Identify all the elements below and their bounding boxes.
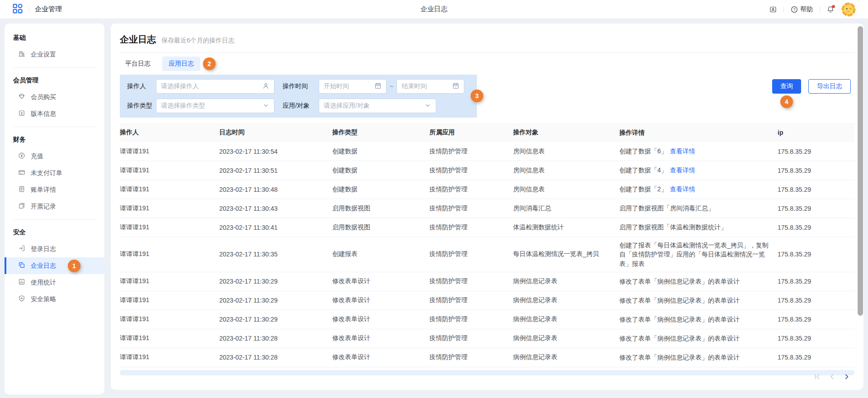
cell-time: 2023-02-17 11:30:48 <box>219 186 332 193</box>
app-object-label: 应用/对象 <box>283 102 319 110</box>
table-row: 谭谭谭1912023-02-17 11:30:54创建数据疫情防护管理房间信息表… <box>120 142 854 161</box>
time-label: 操作时间 <box>283 82 319 90</box>
operator-input[interactable]: 请选择操作人 <box>156 79 274 94</box>
export-logs-button[interactable]: 导出日志 <box>808 79 851 94</box>
sidebar-item-enterprise-logs[interactable]: 企业日志1 <box>5 257 104 274</box>
vertical-scrollbar-thumb[interactable] <box>858 26 863 316</box>
cell-operator: 谭谭谭191 <box>120 166 219 175</box>
cell-target: 病例信息记录表 <box>513 296 619 304</box>
sidebar-item-label: 版本信息 <box>31 110 56 118</box>
first-page-icon[interactable] <box>814 374 820 380</box>
step-badge-1: 1 <box>68 260 80 272</box>
cell-app: 疫情防护管理 <box>429 185 513 194</box>
table-row: 谭谭谭1912023-02-17 11:30:28修改表单设计疫情防护管理病例信… <box>120 348 854 367</box>
tab-platform-logs[interactable]: 平台日志 <box>120 57 156 71</box>
cell-target: 病例信息记录表 <box>513 315 619 323</box>
cell-time: 2023-02-17 11:30:29 <box>219 278 332 285</box>
cell-app: 疫情防护管理 <box>429 250 513 258</box>
tab-app-logs[interactable]: 应用日志 <box>162 57 200 71</box>
horizontal-scrollbar[interactable] <box>120 370 854 375</box>
sidebar-item-label: 企业日志 <box>31 262 56 270</box>
type-select[interactable]: 请选择操作类型 <box>156 99 274 113</box>
cell-app: 疫情防护管理 <box>429 147 513 156</box>
date-range-separator: ~ <box>390 83 393 90</box>
app-object-select[interactable]: 请选择应用/对象 <box>319 99 436 113</box>
cell-type: 修改表单设计 <box>332 296 429 304</box>
cell-target: 房间信息表 <box>513 185 619 194</box>
version-icon <box>18 109 25 118</box>
step-badge-2: 2 <box>203 57 216 70</box>
cell-app: 疫情防护管理 <box>429 296 513 304</box>
cell-ip: 175.8.35.29 <box>778 354 854 361</box>
coin-icon <box>18 152 25 161</box>
view-detail-link[interactable]: 查看详情 <box>670 185 695 193</box>
cell-operator: 谭谭谭191 <box>120 353 219 361</box>
calendar-icon: 7 <box>452 82 459 91</box>
cell-time: 2023-02-17 11:30:28 <box>219 354 332 361</box>
cell-ip: 175.8.35.29 <box>778 224 854 231</box>
type-placeholder: 请选择操作类型 <box>161 102 262 110</box>
sidebar-item-label: 安全策略 <box>31 295 56 303</box>
view-detail-link[interactable]: 查看详情 <box>670 147 695 155</box>
sidebar-item-security-policy[interactable]: 安全策略 <box>5 291 104 308</box>
sidebar-item-usage-stats[interactable]: 使用统计 <box>5 274 104 291</box>
cell-detail: 修改了表单「病例信息记录表」的表单设计 <box>619 330 778 346</box>
help-button[interactable]: ? 帮助 <box>791 5 813 14</box>
cell-target: 病例信息记录表 <box>513 334 619 342</box>
cell-detail: 启用了数据视图「房间消毒汇总」 <box>619 200 778 216</box>
cell-type: 启用数据视图 <box>332 223 429 232</box>
cell-operator: 谭谭谭191 <box>120 204 219 213</box>
cell-type: 创建数据 <box>332 147 429 156</box>
cell-ip: 175.8.35.29 <box>778 167 854 174</box>
help-icon: ? <box>791 6 798 13</box>
sidebar-item-invoice-records[interactable]: 开票记录 <box>5 198 104 215</box>
sidebar-item-bill-details[interactable]: 账单详情 <box>5 181 104 198</box>
cell-time: 2023-02-17 11:30:29 <box>219 316 332 323</box>
cell-ip: 175.8.35.29 <box>778 316 854 323</box>
sidebar-item-member-purchase[interactable]: 会员购买 <box>5 89 104 105</box>
avatar[interactable] <box>841 2 856 17</box>
stats-icon <box>18 278 25 287</box>
table-header: 操作人日志时间操作类型所属应用操作对象操作详情ip <box>120 123 854 142</box>
start-time-input[interactable]: 开始时间 7 <box>319 79 387 94</box>
sidebar-item-recharge[interactable]: 充值 <box>5 148 104 165</box>
column-header-detail: 操作详情 <box>619 124 778 141</box>
contact-book-icon[interactable] <box>769 6 777 13</box>
notifications-button[interactable] <box>827 6 834 13</box>
cell-target: 房间信息表 <box>513 147 619 156</box>
building-icon <box>18 50 25 59</box>
cell-app: 疫情防护管理 <box>429 315 513 323</box>
divider <box>13 219 95 220</box>
sidebar-item-version-info[interactable]: 版本信息 <box>5 105 104 122</box>
sidebar-item-unpaid-orders[interactable]: 未支付订单 <box>5 165 104 181</box>
svg-text:7: 7 <box>455 85 457 88</box>
svg-text:?: ? <box>793 7 796 12</box>
person-icon <box>262 82 269 91</box>
cell-target: 房间消毒汇总 <box>513 204 619 213</box>
cell-type: 修改表单设计 <box>332 334 429 342</box>
cell-app: 疫情防护管理 <box>429 277 513 285</box>
next-page-icon[interactable] <box>844 374 850 380</box>
view-detail-link[interactable]: 查看详情 <box>670 166 695 174</box>
cell-target: 体温检测数据统计 <box>513 223 619 232</box>
step-badge-4: 4 <box>780 95 793 108</box>
table-row: 谭谭谭1912023-02-17 11:30:35创建报表疫情防护管理每日体温检… <box>120 237 854 272</box>
column-header-ip: ip <box>778 129 854 136</box>
prev-page-icon[interactable] <box>829 374 835 380</box>
end-time-input[interactable]: 结束时间 7 <box>396 79 464 94</box>
bill-icon <box>18 185 25 194</box>
cell-app: 疫情防护管理 <box>429 166 513 175</box>
sidebar-item-label: 账单详情 <box>31 186 56 194</box>
cell-detail: 修改了表单「病例信息记录表」的表单设计 <box>619 292 778 308</box>
app-grid-icon[interactable] <box>13 4 23 15</box>
chevron-down-icon <box>424 102 431 110</box>
sidebar-item-enterprise-settings[interactable]: 企业设置 <box>5 46 104 63</box>
query-button[interactable]: 查询 <box>772 79 801 94</box>
card-icon <box>18 169 25 177</box>
app-title: 企业管理 <box>35 5 62 14</box>
sidebar-item-label: 使用统计 <box>31 279 56 287</box>
sidebar-item-label: 充值 <box>31 152 43 161</box>
cell-target: 房间信息表 <box>513 166 619 175</box>
sidebar-item-login-logs[interactable]: 登录日志 <box>5 241 104 257</box>
cell-target: 病例信息记录表 <box>513 353 619 361</box>
